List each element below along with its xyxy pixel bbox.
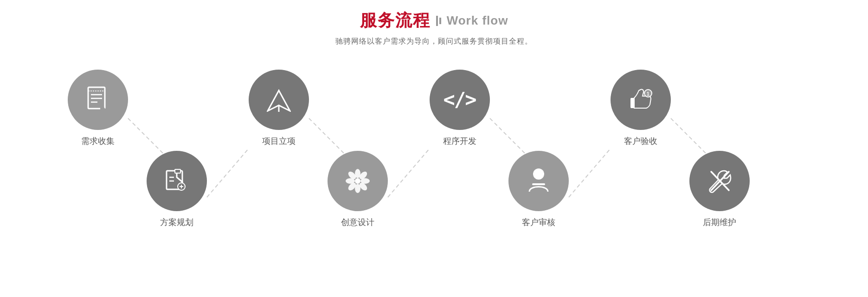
divider-bar2 [439, 18, 441, 24]
node-2: 方案规划 [147, 151, 207, 228]
svg-point-29 [355, 178, 360, 184]
workflow-container: 需求收集 [0, 60, 868, 274]
icon-doc [86, 86, 109, 113]
circle-8 [689, 151, 750, 211]
circle-7: 1 [611, 70, 671, 130]
node-4: 创意设计 [328, 151, 388, 228]
workflow-inner: 需求收集 [40, 60, 829, 274]
header-section: 服务流程 Work flow 驰骋网络以客户需求为导向，顾问式服务贯彻项目全程。 [335, 9, 533, 46]
svg-rect-32 [630, 98, 634, 108]
label-1: 需求收集 [81, 136, 115, 147]
icon-flower [345, 168, 370, 194]
icon-person [527, 168, 550, 194]
circle-3 [249, 70, 309, 130]
icon-send [267, 88, 291, 112]
svg-rect-31 [532, 183, 545, 185]
subtitle: 驰骋网络以客户需求为导向，顾问式服务贯彻项目全程。 [335, 37, 533, 46]
icon-code: </> [444, 90, 476, 110]
svg-line-1 [207, 148, 249, 197]
circle-4 [328, 151, 388, 211]
node-5: </> 程序开发 [430, 70, 490, 147]
svg-rect-12 [175, 169, 180, 173]
node-6: 客户审核 [508, 151, 569, 228]
node-1: 需求收集 [68, 70, 128, 147]
title-divider [436, 16, 441, 26]
node-3: 项目立项 [249, 70, 309, 147]
divider-bar1 [436, 16, 438, 26]
label-3: 项目立项 [262, 136, 296, 147]
label-2: 方案规划 [160, 217, 193, 228]
circle-5: </> [430, 70, 490, 130]
icon-wrench [707, 169, 732, 193]
svg-line-5 [569, 148, 611, 197]
svg-point-30 [533, 168, 544, 180]
label-4: 创意设计 [341, 217, 374, 228]
svg-line-3 [388, 148, 430, 197]
icon-plan [165, 169, 189, 193]
circle-2 [147, 151, 207, 211]
page-wrapper: 服务流程 Work flow 驰骋网络以客户需求为导向，顾问式服务贯彻项目全程。 [0, 0, 868, 297]
circle-1 [68, 70, 128, 130]
node-7: 1 客户验收 [611, 70, 671, 147]
label-7: 客户验收 [624, 136, 657, 147]
circle-6 [508, 151, 569, 211]
title-en: Work flow [447, 13, 508, 28]
icon-thumb: 1 [629, 88, 653, 112]
label-6: 客户审核 [522, 217, 555, 228]
svg-text:1: 1 [647, 91, 649, 97]
title-row: 服务流程 Work flow [335, 9, 533, 32]
title-cn: 服务流程 [360, 9, 431, 32]
label-8: 后期维护 [703, 217, 736, 228]
label-5: 程序开发 [443, 136, 476, 147]
node-8: 后期维护 [689, 151, 750, 228]
